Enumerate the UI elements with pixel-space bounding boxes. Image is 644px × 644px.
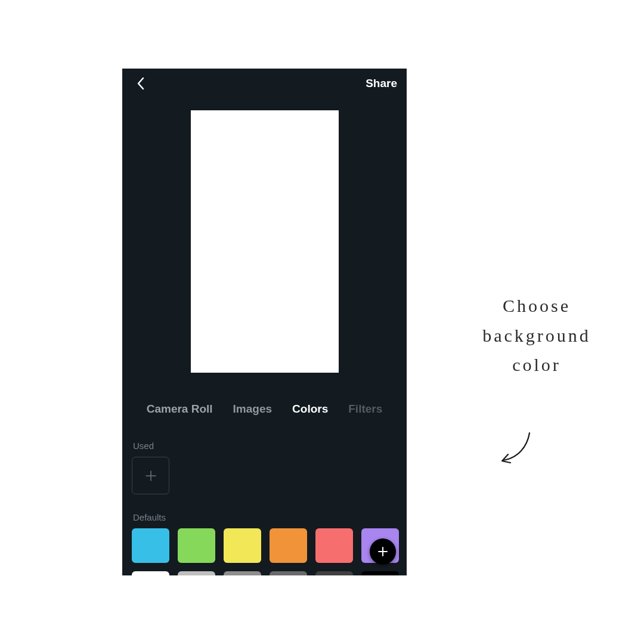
default-colors-row-1 bbox=[122, 522, 407, 563]
design-canvas[interactable] bbox=[191, 110, 339, 373]
back-button[interactable] bbox=[132, 75, 150, 92]
annotation-line: color bbox=[512, 355, 561, 374]
tab-colors[interactable]: Colors bbox=[292, 402, 328, 416]
used-section-label: Used bbox=[122, 441, 407, 451]
share-button[interactable]: Share bbox=[366, 77, 397, 90]
color-swatch[interactable] bbox=[270, 528, 307, 563]
chevron-left-icon bbox=[137, 77, 145, 90]
color-swatch[interactable] bbox=[224, 571, 261, 575]
color-swatch[interactable] bbox=[178, 528, 215, 563]
annotation-line: background bbox=[482, 326, 591, 345]
color-swatch[interactable] bbox=[315, 528, 353, 563]
plus-icon bbox=[377, 546, 389, 558]
top-bar: Share bbox=[122, 69, 407, 98]
tab-camera-roll[interactable]: Camera Roll bbox=[147, 402, 213, 416]
tab-filters[interactable]: Filters bbox=[348, 402, 382, 416]
phone-frame: Share Camera Roll Images Colors Filters … bbox=[122, 69, 407, 575]
color-swatch[interactable] bbox=[315, 571, 353, 575]
tab-images[interactable]: Images bbox=[233, 402, 272, 416]
color-swatch[interactable] bbox=[178, 571, 215, 575]
background-source-tabs: Camera Roll Images Colors Filters bbox=[122, 402, 407, 416]
add-element-fab[interactable] bbox=[370, 538, 396, 565]
color-swatch[interactable] bbox=[132, 528, 169, 563]
color-swatch[interactable] bbox=[270, 571, 307, 575]
annotation-caption: Choose background color bbox=[453, 291, 620, 380]
color-swatch[interactable] bbox=[224, 528, 261, 563]
color-swatch[interactable] bbox=[361, 571, 399, 575]
defaults-section-label: Defaults bbox=[122, 512, 407, 522]
add-used-color-button[interactable] bbox=[132, 457, 169, 494]
color-swatch[interactable] bbox=[132, 571, 169, 575]
annotation-line: Choose bbox=[503, 296, 571, 315]
used-colors-row bbox=[122, 451, 407, 494]
plus-icon bbox=[144, 469, 157, 482]
canvas-area bbox=[122, 110, 407, 373]
default-colors-row-2 bbox=[122, 563, 407, 575]
arrow-icon bbox=[495, 429, 537, 471]
